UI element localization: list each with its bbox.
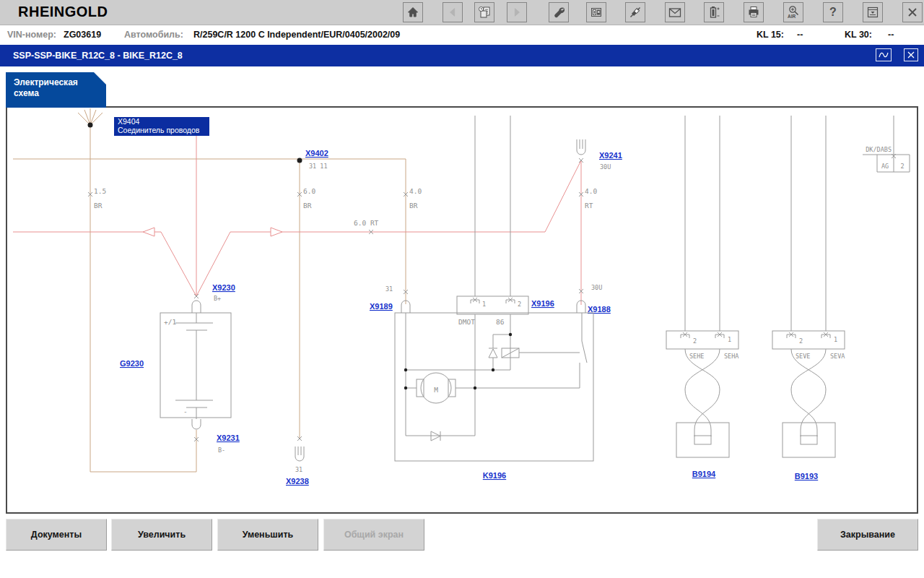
air-search-icon: AIR xyxy=(786,5,801,20)
kl30-value: -- xyxy=(888,25,894,45)
ground-connector-x9238: 31 X9238 xyxy=(286,436,309,486)
pin-label: 30U xyxy=(591,284,602,291)
wire-label: BR xyxy=(409,202,418,210)
home-button[interactable] xyxy=(403,2,423,22)
pin-label: 2 xyxy=(799,337,803,345)
vehicle-info-bar: VIN-номер: ZG03619 Автомобиль: R/259C/R … xyxy=(0,25,924,45)
tooltip-id: X9404 xyxy=(118,117,140,126)
signal-label: SEVE xyxy=(796,353,810,360)
link-b9194[interactable]: B9194 xyxy=(692,470,716,478)
operations-button[interactable] xyxy=(474,2,494,22)
pin-label: 1 xyxy=(482,301,486,308)
app-header: RHEINGOLD xyxy=(0,0,924,25)
kl15-label: KL 15: xyxy=(757,25,784,45)
sensor-b9194: 2 1 SEHE SEHA B9194 xyxy=(666,331,738,478)
pin-label: B- xyxy=(218,447,225,454)
forward-button xyxy=(507,2,527,22)
wire-label: 6.0 xyxy=(303,187,315,195)
link-x9188[interactable]: X9188 xyxy=(588,305,611,314)
link-x9189[interactable]: X9189 xyxy=(370,302,393,311)
documents-button[interactable]: Документы xyxy=(6,519,107,551)
close-icon xyxy=(907,51,915,59)
document-title: SSP-SSP-BIKE_R12C_8 - BIKE_R12C_8 xyxy=(13,45,183,66)
close-document-button[interactable] xyxy=(904,48,918,61)
wire-label: 6.0 RT xyxy=(354,219,379,227)
zoom-out-button[interactable]: Уменьшить xyxy=(217,519,318,551)
close-view-button[interactable]: Закрывание xyxy=(817,519,918,551)
wire-label: RT xyxy=(585,202,593,210)
operations-report-icon xyxy=(478,6,491,19)
battery-status-button[interactable] xyxy=(704,2,724,22)
back-button xyxy=(443,2,463,22)
terminal-label: 86 xyxy=(496,318,505,326)
vin-label: VIN-номер: xyxy=(7,25,56,45)
pin-label: 31 xyxy=(385,285,393,293)
full-screen-button: Общий экран xyxy=(323,519,424,551)
back-icon xyxy=(448,7,458,17)
signal-label: SEHA xyxy=(724,353,738,360)
pin-label: B+ xyxy=(214,295,221,302)
link-x9402[interactable]: X9402 xyxy=(305,149,328,158)
pin-label: 2 xyxy=(518,301,521,308)
relay-unit-k9196: 31 X9189 30U X9188 1 2 X9196 DMOT 86 M xyxy=(370,284,611,480)
battery-symbol: X9230 B+ +/1 - X9231 B- G9230 xyxy=(120,283,240,454)
air-label: AIR xyxy=(788,14,796,19)
signal-label: SEHE xyxy=(689,353,704,360)
link-x9238[interactable]: X9238 xyxy=(286,477,309,486)
wire-labels: 1.5 BR 6.0 BR 4.0 BR 4.0 RT 6.0 RT xyxy=(88,187,597,234)
connector-plug-icon xyxy=(629,6,642,19)
wiring-diagram: X9404 Соединитель проводов X9402 31 11 1… xyxy=(7,108,917,512)
terminal-label: DMOT xyxy=(458,318,475,326)
battery-plus-label: +/1 xyxy=(164,318,176,326)
control-unit-button[interactable] xyxy=(586,2,606,22)
link-b9193[interactable]: B9193 xyxy=(795,472,818,480)
close-app-button[interactable] xyxy=(902,2,923,22)
measurement-button[interactable] xyxy=(876,48,892,61)
kl30-label: KL 30: xyxy=(845,25,872,45)
wire-label: 1.5 xyxy=(94,187,106,195)
tab-label-line1: Электрическая xyxy=(14,77,106,88)
wire-label: 4.0 xyxy=(409,187,422,195)
document-title-bar: SSP-SSP-BIKE_R12C_8 - BIKE_R12C_8 xyxy=(0,45,924,66)
battery-minus-label: - xyxy=(183,407,188,415)
vehicle-label: Автомобиль: xyxy=(124,25,183,45)
kl15-value: -- xyxy=(797,25,803,45)
control-unit-icon xyxy=(590,6,603,19)
pin-label: 1 xyxy=(834,336,837,343)
link-x9231[interactable]: X9231 xyxy=(217,434,240,442)
link-x9241[interactable]: X9241 xyxy=(599,151,622,160)
remote-ref-cell: 2 xyxy=(900,163,904,170)
forward-icon xyxy=(512,7,522,17)
tab-electrical-schematic[interactable]: Электрическая схема xyxy=(6,72,106,108)
remote-ref-title: DK/DABS xyxy=(866,146,892,153)
remote-reference-box: DK/DABS AG 2 xyxy=(863,146,910,172)
battery-icon xyxy=(708,6,720,19)
minimize-window-icon xyxy=(866,6,879,19)
link-g9230[interactable]: G9230 xyxy=(120,359,144,368)
zoom-in-button[interactable]: Увеличить xyxy=(111,519,212,551)
mail-button[interactable] xyxy=(665,2,685,22)
splice-tooltip: X9404 Соединитель проводов xyxy=(114,117,209,136)
service-functions-button[interactable] xyxy=(549,2,569,22)
tab-label-line2: схема xyxy=(14,88,106,99)
print-button[interactable] xyxy=(744,2,764,22)
wire-label: BR xyxy=(94,202,103,210)
wire-label: 4.0 xyxy=(585,187,597,195)
link-k9196[interactable]: K9196 xyxy=(483,471,506,480)
waveform-icon xyxy=(878,51,889,59)
schematic-canvas[interactable]: X9404 Соединитель проводов X9402 31 11 1… xyxy=(6,106,918,514)
mail-icon xyxy=(668,7,681,18)
help-button[interactable]: ? xyxy=(823,2,843,22)
tooltip-label: Соединитель проводов xyxy=(118,126,200,134)
home-icon xyxy=(406,7,419,18)
air-search-button[interactable]: AIR xyxy=(783,2,803,22)
minimize-window-button[interactable] xyxy=(863,2,883,22)
printer-icon xyxy=(747,6,760,19)
connection-button[interactable] xyxy=(625,2,645,22)
pin-label: 31 xyxy=(295,466,302,473)
link-x9196[interactable]: X9196 xyxy=(531,299,554,308)
link-x9230[interactable]: X9230 xyxy=(212,283,235,292)
close-icon xyxy=(907,7,918,18)
remote-ref-cell: AG xyxy=(881,163,889,170)
pin-label: 30U xyxy=(600,163,611,171)
